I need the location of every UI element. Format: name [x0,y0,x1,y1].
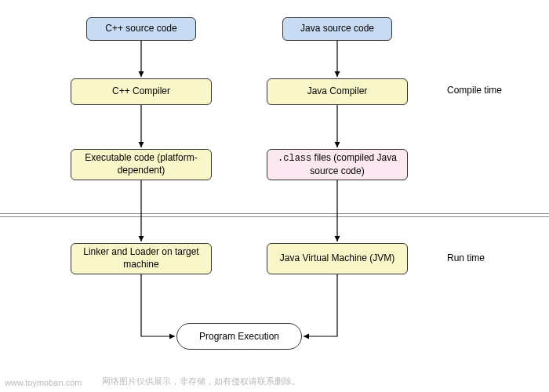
node-label: Executable code (platform-dependent) [78,152,205,176]
watermark-site: www.toymoban.com [5,378,82,387]
node-program-execution: Program Execution [176,323,302,350]
node-java-compiler: Java Compiler [267,78,408,105]
node-label: Linker and Loader on target machine [78,246,205,270]
phase-divider [0,213,549,217]
node-label: Java Compiler [307,85,368,98]
node-label: .class files (compiled Java source code) [274,152,401,177]
label-compile-time: Compile time [447,85,502,96]
node-linker-loader: Linker and Loader on target machine [71,243,212,274]
node-java-source: Java source code [282,17,392,41]
node-cpp-source: C++ source code [86,17,196,41]
node-label: C++ Compiler [112,85,170,98]
node-cpp-compiler: C++ Compiler [71,78,212,105]
node-jvm: Java Virtual Machine (JVM) [267,243,408,274]
label-run-time: Run time [447,252,485,263]
watermark-note: 网络图片仅供展示，非存储，如有侵权请联系删除。 [102,376,300,387]
code-text: .class [278,153,311,164]
node-class-files: .class files (compiled Java source code) [267,149,408,180]
node-label: C++ source code [105,23,176,35]
node-executable-code: Executable code (platform-dependent) [71,149,212,180]
node-label: Java Virtual Machine (JVM) [280,252,395,265]
node-label: Program Execution [199,331,279,342]
node-label: Java source code [300,23,374,35]
